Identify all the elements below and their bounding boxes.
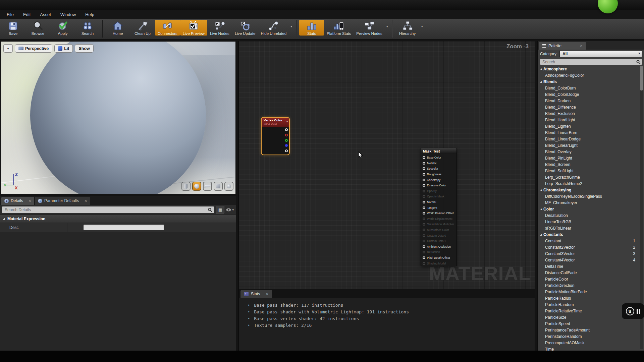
palette-item-lerp-scratchgrime[interactable]: Lerp_ScratchGrime: [538, 174, 639, 180]
connectors-button[interactable]: Connectors: [155, 20, 180, 36]
palette-item-constant3vector[interactable]: Constant3Vector3: [538, 250, 639, 257]
palette-item-srgbtolinear[interactable]: sRGBToLinear: [538, 225, 639, 231]
g-output-pin[interactable]: [285, 139, 288, 142]
rgb-output-pin[interactable]: [285, 128, 288, 131]
live-nodes-button[interactable]: Live Nodes: [207, 20, 232, 36]
menu-window[interactable]: Window: [56, 10, 80, 19]
emissive-color-pin-row[interactable]: Emissive Color: [421, 183, 457, 188]
input-pin-icon[interactable]: [423, 156, 425, 159]
palette-category-blends[interactable]: Blends: [538, 78, 639, 85]
ambient-occlusion-pin-row[interactable]: Ambient Occlusion: [421, 244, 457, 250]
vertex-color-node-header[interactable]: Vertex Color Input Data ▾: [262, 118, 289, 127]
palette-item-mf-chromakeyer[interactable]: MF_Chromakeyer: [538, 199, 639, 206]
palette-item-particledirection[interactable]: ParticleDirection: [538, 282, 639, 289]
chevron-down-icon[interactable]: ▾: [290, 24, 292, 28]
palette-item-blend-pinlight[interactable]: Blend_PinLight: [538, 155, 639, 161]
vertex-color-node[interactable]: Vertex Color Input Data ▾: [261, 117, 290, 155]
close-icon[interactable]: ✕: [29, 199, 31, 203]
material-graph-canvas[interactable]: Zoom -3 MATERIAL Vertex Color Input Data…: [238, 41, 535, 289]
home-button[interactable]: Home: [105, 20, 130, 36]
apply-button[interactable]: Apply: [50, 20, 75, 36]
show-button[interactable]: Show: [75, 44, 93, 53]
palette-item-deltatime[interactable]: DeltaTime: [538, 263, 639, 269]
close-icon[interactable]: ✕: [580, 44, 583, 48]
view-options-button[interactable]: ▾: [226, 208, 234, 212]
stats-button[interactable]: Stats: [299, 20, 324, 36]
palette-category-constants[interactable]: Constants: [538, 231, 639, 238]
input-pin-icon[interactable]: [423, 162, 425, 165]
input-pin-icon[interactable]: [423, 206, 425, 209]
input-pin-icon[interactable]: [423, 256, 425, 259]
live-update-button[interactable]: Live Update: [232, 20, 258, 36]
world-position-offset-pin-row[interactable]: World Position Offset: [421, 210, 457, 216]
palette-item-blend-lighten[interactable]: Blend_Lighten: [538, 123, 639, 129]
preview-nodes-button[interactable]: Preview Nodes▾: [354, 20, 385, 36]
perspective-button[interactable]: Perspective: [15, 44, 52, 53]
material-expression-section-header[interactable]: Material Expression: [0, 215, 236, 223]
platform-stats-button[interactable]: Platform Stats: [324, 20, 354, 36]
normal-pin-row[interactable]: Normal: [421, 199, 457, 205]
input-pin-icon[interactable]: [423, 212, 425, 215]
clean-up-button[interactable]: Clean Up: [130, 20, 155, 36]
palette-item-particleradius[interactable]: ParticleRadius: [538, 295, 639, 301]
input-pin-icon[interactable]: [423, 245, 425, 248]
palette-item-blend-lineardodge[interactable]: Blend_LinearDodge: [538, 136, 639, 142]
tab-details[interactable]: iDetails✕: [1, 197, 34, 205]
palette-item-blend-hardlight[interactable]: Blend_HardLight: [538, 117, 639, 123]
palette-item-precomputedaomask[interactable]: PrecomputedAOMask: [538, 340, 639, 346]
input-pin-icon[interactable]: [423, 179, 425, 181]
palette-item-blend-linearburn[interactable]: Blend_LinearBurn: [538, 129, 639, 136]
r-output-pin[interactable]: [285, 134, 288, 136]
palette-item-lerp-scratchgrime2[interactable]: Lerp_ScratchGrime2: [538, 180, 639, 187]
pixel-depth-offset-pin-row[interactable]: Pixel Depth Offset: [421, 255, 457, 261]
palette-item-blend-darken[interactable]: Blend_Darken: [538, 98, 639, 104]
palette-item-constant2vector[interactable]: Constant2Vector2: [538, 244, 639, 250]
desc-input[interactable]: [84, 225, 164, 230]
menu-asset[interactable]: Asset: [35, 10, 56, 19]
palette-item-blend-colordodge[interactable]: Blend_ColorDodge: [538, 91, 639, 98]
palette-item-particlemotionblurfade[interactable]: ParticleMotionBlurFade: [538, 289, 639, 295]
viewport-options-button[interactable]: ▾: [3, 44, 13, 53]
save-button[interactable]: Save: [1, 20, 25, 36]
palette-item-blend-difference[interactable]: Blend_Difference: [538, 104, 639, 110]
palette-item-blend-colorburn[interactable]: Blend_ColorBurn: [538, 85, 639, 91]
cube-shape-button[interactable]: [214, 182, 223, 191]
details-search-input[interactable]: [2, 206, 214, 213]
a-output-pin[interactable]: [285, 149, 288, 152]
tangent-pin-row[interactable]: Tangent: [421, 205, 457, 210]
input-pin-icon[interactable]: [423, 184, 425, 187]
menu-edit[interactable]: Edit: [18, 10, 35, 19]
scrollbar-thumb[interactable]: [640, 66, 643, 90]
chevron-down-icon[interactable]: ▾: [386, 24, 388, 28]
menu-file[interactable]: File: [2, 10, 18, 19]
browse-button[interactable]: Browse: [25, 20, 50, 36]
palette-item-diffcolorkeyererodesinglepass[interactable]: DiffColorKeyerErodeSinglePass: [538, 193, 639, 199]
roughness-pin-row[interactable]: Roughness: [421, 172, 457, 177]
input-pin-icon[interactable]: [423, 167, 425, 170]
hide-unrelated-button[interactable]: Hide Unrelated▾: [258, 20, 289, 36]
palette-item-particlecolor[interactable]: ParticleColor: [538, 276, 639, 282]
palette-item-constant[interactable]: Constant1: [538, 238, 639, 244]
palette-item-lineartosrgb[interactable]: LinearTosRGB: [538, 219, 639, 225]
tab-parameter-defaults[interactable]: iParameter Defaults✕: [35, 197, 90, 205]
metallic-pin-row[interactable]: Metallic: [421, 161, 457, 166]
live-preview-button[interactable]: Live Preview: [180, 20, 207, 36]
teapot-shape-button[interactable]: [224, 182, 233, 191]
palette-item-perinstancerandom[interactable]: PerInstanceRandom: [538, 333, 639, 340]
sphere-shape-button[interactable]: [192, 182, 201, 191]
palette-item-blend-overlay[interactable]: Blend_Overlay: [538, 148, 639, 155]
palette-item-blend-exclusion[interactable]: Blend_Exclusion: [538, 110, 639, 117]
palette-category-color[interactable]: Color: [538, 206, 639, 212]
palette-item-constant4vector[interactable]: Constant4Vector4: [538, 257, 639, 263]
cylinder-shape-button[interactable]: [181, 182, 191, 191]
input-pin-icon[interactable]: [423, 201, 425, 203]
chevron-down-icon[interactable]: ▾: [421, 24, 423, 28]
close-icon[interactable]: ✕: [84, 199, 87, 203]
tab-stats[interactable]: >_ Stats ✕: [240, 290, 272, 298]
hierarchy-button[interactable]: Hierarchy▾: [395, 20, 420, 36]
plane-shape-button[interactable]: [203, 182, 212, 191]
palette-item-atmosphericfogcolor[interactable]: AtmosphericFogColor: [538, 72, 639, 78]
lit-button[interactable]: Lit: [54, 44, 73, 53]
specular-pin-row[interactable]: Specular: [421, 166, 457, 172]
palette-category-atmosphere[interactable]: Atmosphere: [538, 66, 639, 72]
